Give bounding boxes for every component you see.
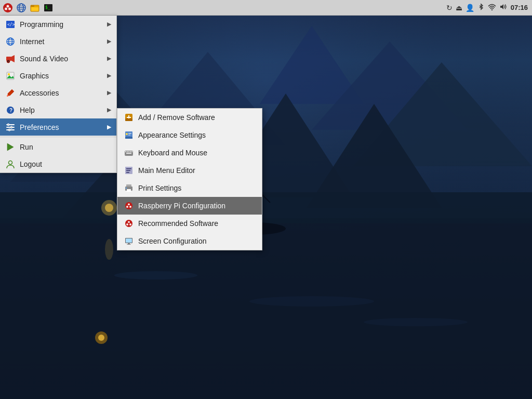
svg-text:</>: </>: [7, 22, 15, 27]
main-menu: </> Programming ▶ Internet ▶: [0, 16, 117, 173]
system-clock: 07:16: [511, 4, 528, 11]
svg-rect-81: [126, 168, 131, 169]
programming-icon: </>: [5, 19, 16, 30]
accessories-arrow: ▶: [107, 89, 111, 96]
menu-item-accessories[interactable]: Accessories ▶: [0, 84, 116, 101]
svg-rect-69: [125, 137, 132, 139]
svg-point-95: [126, 223, 128, 225]
taskbar: $_ ↻ ⏏ 👤 07: [0, 0, 532, 16]
menu-item-graphics[interactable]: Graphics ▶: [0, 67, 116, 84]
internet-icon: [5, 36, 16, 47]
user-icon[interactable]: 👤: [466, 4, 474, 12]
eject-icon[interactable]: ⏏: [456, 4, 462, 12]
preferences-label: Preferences: [20, 123, 107, 131]
svg-point-18: [105, 204, 113, 212]
svg-rect-67: [125, 118, 132, 121]
svg-rect-9: [0, 218, 532, 399]
svg-rect-71: [128, 133, 131, 134]
svg-rect-87: [126, 188, 127, 189]
svg-point-22: [3, 3, 12, 12]
svg-point-96: [129, 223, 131, 225]
menu-item-run[interactable]: Run: [0, 138, 116, 155]
wifi-icon[interactable]: [488, 3, 496, 12]
programming-arrow: ▶: [107, 21, 111, 28]
menu-item-preferences[interactable]: Preferences ▶: [0, 118, 116, 136]
help-icon: ?: [5, 105, 16, 115]
screen-configuration-icon: [124, 236, 134, 246]
svg-point-11: [114, 271, 197, 280]
submenu-item-keyboard-mouse[interactable]: Keyboard and Mouse: [117, 144, 262, 162]
svg-rect-77: [130, 151, 131, 152]
submenu-item-screen-configuration[interactable]: Screen Configuration: [117, 232, 262, 250]
add-remove-software-label: Add / Remove Software: [138, 113, 215, 122]
svg-point-90: [126, 206, 128, 208]
svg-point-12: [249, 296, 374, 307]
svg-point-63: [9, 161, 12, 164]
sound-video-icon: [5, 54, 16, 64]
menu-divider: [0, 137, 116, 137]
accessories-icon: [5, 88, 16, 98]
svg-point-23: [7, 5, 9, 7]
svg-point-97: [128, 223, 129, 224]
svg-point-53: [7, 95, 8, 97]
svg-point-61: [8, 129, 10, 131]
recommended-software-label: Recommended Software: [138, 219, 218, 228]
main-menu-editor-icon: [124, 165, 134, 176]
recommended-software-icon: [124, 218, 134, 229]
menu-item-logout[interactable]: Logout: [0, 155, 116, 172]
menu-item-help[interactable]: ? Help ▶: [0, 101, 116, 118]
svg-point-48: [8, 61, 9, 62]
screen-configuration-label: Screen Configuration: [138, 237, 207, 245]
submenu-item-main-menu-editor[interactable]: Main Menu Editor: [117, 162, 262, 179]
svg-marker-46: [11, 55, 15, 62]
menu-item-sound-video[interactable]: Sound & Video ▶: [0, 50, 116, 67]
appearance-settings-icon: [124, 130, 134, 140]
help-label: Help: [20, 106, 107, 114]
file-manager-button[interactable]: [29, 2, 41, 14]
submenu-item-raspberry-pi-config[interactable]: Raspberry Pi Configuration: [117, 197, 262, 215]
svg-text:?: ?: [9, 108, 12, 113]
svg-rect-86: [127, 189, 131, 192]
raspberry-pi-config-label: Raspberry Pi Configuration: [138, 202, 225, 210]
taskbar-right: ↻ ⏏ 👤 07:16: [446, 3, 532, 12]
programming-label: Programming: [20, 20, 107, 29]
terminal-button[interactable]: $_: [43, 2, 54, 14]
web-browser-button[interactable]: [16, 2, 27, 14]
svg-rect-76: [128, 151, 129, 152]
print-settings-label: Print Settings: [138, 184, 181, 192]
svg-point-25: [8, 7, 11, 10]
graphics-arrow: ▶: [107, 72, 111, 79]
svg-point-59: [7, 124, 9, 126]
raspberry-menu-button[interactable]: [2, 2, 14, 14]
bluetooth-icon[interactable]: [477, 3, 485, 12]
svg-rect-33: [31, 7, 38, 11]
svg-rect-78: [131, 151, 132, 152]
svg-rect-10: [0, 192, 532, 223]
submenu-item-print-settings[interactable]: Print Settings: [117, 179, 262, 197]
internet-label: Internet: [20, 37, 107, 46]
internet-arrow: ▶: [107, 38, 111, 45]
svg-text:$_: $_: [45, 5, 50, 10]
taskbar-left: $_: [0, 2, 54, 14]
raspberry-pi-config-icon: [124, 201, 134, 211]
svg-marker-37: [500, 4, 503, 9]
preferences-arrow: ▶: [107, 124, 111, 130]
svg-point-92: [128, 205, 129, 206]
menu-item-internet[interactable]: Internet ▶: [0, 33, 116, 50]
submenu-item-add-remove-software[interactable]: Add / Remove Software: [117, 109, 262, 126]
logout-icon: [5, 159, 16, 169]
volume-icon[interactable]: [499, 3, 508, 12]
svg-point-36: [491, 9, 493, 10]
update-icon[interactable]: ↻: [446, 4, 453, 12]
svg-point-13: [364, 318, 468, 326]
submenu-item-recommended-software[interactable]: Recommended Software: [117, 215, 262, 232]
svg-rect-101: [127, 244, 131, 245]
accessories-label: Accessories: [20, 89, 107, 97]
svg-point-24: [5, 7, 7, 10]
submenu-item-appearance-settings[interactable]: Appearance Settings: [117, 126, 262, 144]
svg-rect-74: [125, 151, 126, 152]
run-label: Run: [20, 143, 111, 151]
menu-item-programming[interactable]: </> Programming ▶: [0, 16, 116, 33]
svg-point-70: [126, 133, 128, 135]
keyboard-mouse-icon: [124, 148, 134, 158]
